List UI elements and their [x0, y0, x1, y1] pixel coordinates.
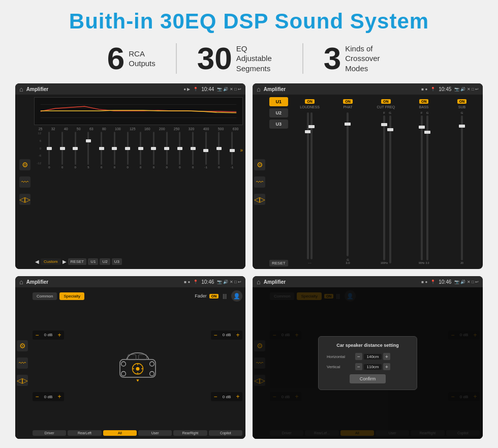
slider-thumb-3[interactable] — [73, 147, 78, 150]
screen2-time: 10:45 — [439, 86, 451, 92]
eq-u2-btn[interactable]: U2 — [100, 258, 110, 265]
eq-volume-icon[interactable]: ◁▷ — [19, 194, 30, 205]
eq-u3-btn[interactable]: U3 — [112, 258, 122, 265]
u3-select-btn[interactable]: U3 — [269, 120, 288, 129]
db-plus-rr[interactable]: + — [235, 393, 240, 400]
all-btn[interactable]: All — [103, 430, 137, 436]
slider-track-6[interactable] — [114, 132, 115, 165]
rearleft-btn[interactable]: RearLeft — [68, 430, 101, 436]
eq-reset-btn[interactable]: RESET — [68, 258, 87, 265]
amp-filter-icon[interactable]: ⚙ — [254, 159, 265, 170]
slider-track-1[interactable] — [48, 132, 50, 165]
slider-thumb-9[interactable] — [151, 147, 156, 150]
bass-thumb-g[interactable] — [424, 131, 430, 134]
eq-prev-btn[interactable]: ◀ — [35, 259, 39, 264]
slider-col-12: 0 — [187, 132, 199, 169]
screen3-home-icon[interactable]: ⌂ — [19, 278, 23, 286]
u2-select-btn[interactable]: U2 — [269, 108, 288, 117]
phat-thumb[interactable] — [345, 123, 351, 126]
db-plus-rl[interactable]: + — [57, 393, 62, 400]
loudness-labels: ~~ — [308, 261, 312, 264]
slider-thumb-14[interactable] — [216, 147, 222, 150]
loudness-thumb-2[interactable] — [308, 125, 315, 128]
slider-thumb-2[interactable] — [60, 147, 65, 150]
slider-track-3[interactable] — [75, 132, 76, 165]
bass-slider-f[interactable] — [421, 115, 423, 260]
slider-track-5[interactable] — [101, 132, 102, 165]
bass-title: BASS — [419, 105, 429, 109]
cutfreq-slider-f[interactable] — [383, 115, 385, 260]
eq-expand-icon[interactable]: » — [240, 147, 243, 153]
db-minus-fr[interactable]: − — [213, 332, 218, 339]
fader-filter-icon[interactable]: ⚙ — [17, 340, 28, 351]
tab-specialty[interactable]: Specialty — [59, 292, 84, 300]
slider-track-13[interactable] — [205, 132, 207, 165]
dialog-horizontal-plus[interactable]: + — [383, 353, 390, 360]
slider-thumb-12[interactable] — [191, 147, 196, 150]
cutfreq-thumb-f[interactable] — [381, 123, 387, 126]
phat-slider[interactable] — [347, 112, 349, 256]
slider-thumb-5[interactable] — [99, 147, 104, 150]
loudness-sliders — [307, 111, 313, 260]
slider-thumb-6[interactable] — [112, 147, 117, 150]
rearright-btn[interactable]: RearRight — [173, 430, 207, 436]
slider-thumb-10[interactable] — [164, 147, 169, 150]
slider-track-7[interactable] — [127, 132, 129, 165]
amp-wave-icon[interactable]: 〰 — [254, 176, 265, 188]
copilot-btn[interactable]: Copilot — [209, 430, 242, 436]
eq-wave-icon[interactable]: 〰 — [19, 176, 30, 188]
bass-thumb-f[interactable] — [419, 126, 425, 129]
u1-select-btn[interactable]: U1 — [269, 97, 288, 106]
db-minus-fl[interactable]: − — [35, 332, 40, 339]
user-btn[interactable]: User — [138, 430, 172, 436]
phat-val: 3.0 — [346, 261, 350, 264]
slider-thumb-11[interactable] — [177, 147, 182, 150]
dialog-horizontal-label: Horizontal — [327, 354, 352, 359]
cutfreq-slider-g[interactable] — [389, 115, 391, 263]
slider-thumb-13[interactable] — [203, 149, 208, 152]
eq-next-btn[interactable]: ▶ — [63, 259, 67, 264]
bass-slider-g[interactable] — [426, 115, 428, 260]
amp-volume-icon[interactable]: ◁▷ — [254, 194, 265, 205]
slider-thumb-4[interactable] — [86, 139, 91, 142]
slider-thumb-15[interactable] — [230, 149, 235, 152]
slider-track-9[interactable] — [153, 132, 154, 165]
slider-track-14[interactable] — [218, 132, 220, 165]
screen2-home-icon[interactable]: ⌂ — [257, 85, 261, 93]
screen1-home-icon[interactable]: ⌂ — [19, 85, 23, 93]
eq-u1-btn[interactable]: U1 — [88, 258, 98, 265]
db-plus-fr[interactable]: + — [235, 332, 240, 339]
slider-track-10[interactable] — [166, 132, 168, 165]
db-minus-rl[interactable]: − — [35, 393, 40, 400]
slider-track-4[interactable] — [87, 132, 89, 165]
driver-btn[interactable]: Driver — [33, 430, 66, 436]
slider-track-11[interactable] — [179, 132, 180, 165]
db-minus-rr[interactable]: − — [213, 393, 218, 400]
dialog-horizontal-minus[interactable]: − — [355, 353, 362, 360]
slider-track-12[interactable] — [192, 132, 194, 165]
confirm-button[interactable]: Confirm — [350, 374, 386, 383]
slider-thumb-7[interactable] — [125, 147, 130, 150]
dialog-vertical-plus[interactable]: + — [383, 363, 390, 370]
slider-thumb-8[interactable] — [138, 147, 143, 150]
cutfreq-thumb-g[interactable] — [387, 128, 393, 131]
fader-volume-icon[interactable]: ◁▷ — [17, 375, 28, 386]
eq-graph — [34, 97, 243, 125]
slider-track-8[interactable] — [140, 132, 141, 165]
fader-user-icon[interactable]: 👤 — [231, 290, 242, 302]
dialog-vertical-minus[interactable]: − — [355, 363, 362, 370]
db-plus-fl[interactable]: + — [57, 332, 62, 339]
eq-filter-icon[interactable]: ⚙ — [19, 159, 30, 170]
loudness-slider-1[interactable] — [307, 112, 309, 259]
fader-wave-icon[interactable]: 〰 — [17, 357, 28, 369]
sub-thumb-g[interactable] — [459, 125, 465, 128]
slider-thumb-1[interactable] — [47, 147, 52, 150]
slider-track-15[interactable] — [231, 132, 233, 165]
screen1-card: ⌂ Amplifier ● ▶ 📍 10:44 📷 🔊 ✕ □ ↩ ⚙ 〰 ◁▷ — [15, 83, 245, 269]
sub-slider-g[interactable] — [461, 115, 463, 260]
loudness-slider-2[interactable] — [310, 112, 313, 259]
amp-reset-btn[interactable]: RESET — [269, 260, 288, 266]
screen4-home-icon[interactable]: ⌂ — [257, 278, 261, 286]
tab-common[interactable]: Common — [33, 292, 57, 300]
slider-track-2[interactable] — [61, 132, 63, 165]
